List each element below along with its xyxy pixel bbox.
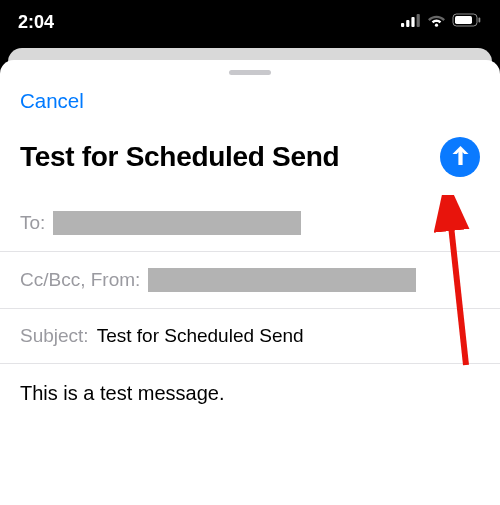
svg-rect-3 <box>417 14 420 27</box>
status-time: 2:04 <box>18 12 54 33</box>
battery-icon <box>452 13 482 31</box>
message-body[interactable]: This is a test message. <box>0 364 500 423</box>
subject-value: Test for Scheduled Send <box>97 325 304 347</box>
compose-header: Cancel <box>0 83 500 119</box>
sheet-grabber[interactable] <box>229 70 271 75</box>
subject-label: Subject: <box>20 325 89 347</box>
to-value-redacted <box>53 211 301 235</box>
svg-rect-8 <box>458 150 462 165</box>
from-value-redacted <box>148 268 416 292</box>
svg-point-4 <box>435 24 438 27</box>
cancel-button[interactable]: Cancel <box>20 89 84 113</box>
wifi-icon <box>427 13 446 31</box>
ccbcc-label: Cc/Bcc, From: <box>20 269 140 291</box>
arrow-up-icon <box>450 144 471 170</box>
compose-title: Test for Scheduled Send <box>20 141 339 173</box>
svg-rect-0 <box>401 23 404 27</box>
compose-title-row: Test for Scheduled Send <box>0 119 500 195</box>
svg-rect-6 <box>455 16 472 24</box>
cellular-icon <box>401 13 421 31</box>
subject-field-row[interactable]: Subject: Test for Scheduled Send <box>0 309 500 364</box>
compose-sheet: Cancel Test for Scheduled Send To: Cc/Bc… <box>0 60 500 505</box>
ccbcc-field-row[interactable]: Cc/Bcc, From: <box>0 252 500 309</box>
svg-rect-2 <box>411 17 414 27</box>
svg-rect-1 <box>406 20 409 27</box>
to-field-row[interactable]: To: <box>0 195 500 252</box>
status-icons <box>401 13 482 31</box>
to-label: To: <box>20 212 45 234</box>
send-button[interactable] <box>440 137 480 177</box>
status-bar: 2:04 <box>0 0 500 44</box>
svg-rect-7 <box>479 18 481 23</box>
